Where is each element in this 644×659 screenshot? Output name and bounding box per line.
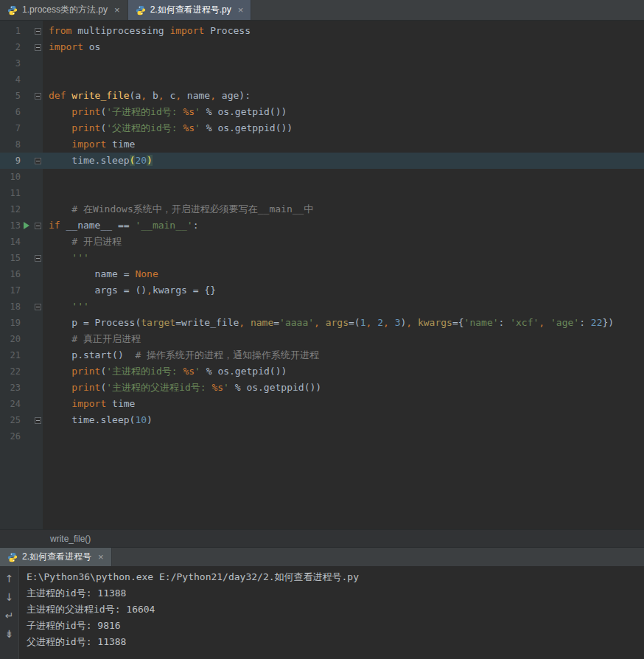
code-line[interactable]: 5def write_file(a, b, c, name, age): <box>0 88 644 104</box>
code-line[interactable]: 16 name = None <box>0 266 644 282</box>
editor-lines: 1from multiprocessing import Process2imp… <box>0 23 644 444</box>
close-icon[interactable]: × <box>238 5 244 15</box>
code-text <box>43 428 49 444</box>
console-output[interactable]: E:\Python36\python.exe E:/Python21/day32… <box>19 566 644 659</box>
gutter[interactable]: 14 <box>0 234 43 250</box>
gutter[interactable]: 7 <box>0 120 43 136</box>
run-arrow-icon[interactable] <box>24 222 29 229</box>
gutter[interactable]: 13 <box>0 217 43 234</box>
gutter[interactable]: 11 <box>0 185 43 201</box>
breadcrumb-label: write_file() <box>50 534 91 544</box>
code-line[interactable]: 8 import time <box>0 136 644 153</box>
fold-marker-icon[interactable] <box>35 44 41 51</box>
code-line[interactable]: 12 # 在Windows系统中，开启进程必须要写在__main__中 <box>0 201 644 217</box>
gutter[interactable]: 4 <box>0 72 43 88</box>
code-line[interactable]: 20 # 真正开启进程 <box>0 331 644 347</box>
close-icon[interactable]: × <box>114 5 120 15</box>
code-text <box>43 55 49 72</box>
code-line[interactable]: 9 time.sleep(20) <box>0 153 644 169</box>
gutter[interactable]: 16 <box>0 266 43 282</box>
code-line[interactable]: 6 print('子进程的id号: %s' % os.getpid()) <box>0 104 644 120</box>
code-line[interactable]: 2import os <box>0 39 644 55</box>
code-text: # 开启进程 <box>43 234 122 250</box>
code-line[interactable]: 18 ''' <box>0 299 644 315</box>
tab-label: 2.如何查看进程号.py <box>150 4 231 16</box>
code-text: if __name__ == '__main__': <box>43 217 199 234</box>
code-line[interactable]: 15 ''' <box>0 250 644 266</box>
scroll-down-icon[interactable]: ↓ <box>3 590 16 604</box>
gutter[interactable]: 23 <box>0 380 43 396</box>
fold-marker-icon[interactable] <box>35 93 41 100</box>
gutter[interactable]: 3 <box>0 55 43 72</box>
code-line[interactable]: 19 p = Process(target=write_file, name='… <box>0 315 644 331</box>
gutter[interactable]: 22 <box>0 363 43 380</box>
code-line[interactable]: 26 <box>0 428 644 444</box>
scroll-to-end-icon[interactable]: ⇟ <box>3 627 16 641</box>
code-line[interactable]: 25 time.sleep(10) <box>0 412 644 428</box>
gutter[interactable]: 10 <box>0 169 43 185</box>
tab-process-methods[interactable]: 1.process类的方法.py × <box>0 0 128 20</box>
code-text <box>43 72 49 88</box>
code-line[interactable]: 17 args = (),kwargs = {} <box>0 282 644 299</box>
code-line[interactable]: 4 <box>0 72 644 88</box>
gutter[interactable]: 24 <box>0 396 43 412</box>
gutter[interactable]: 6 <box>0 104 43 120</box>
gutter[interactable]: 19 <box>0 315 43 331</box>
code-line[interactable]: 14 # 开启进程 <box>0 234 644 250</box>
fold-marker-icon[interactable] <box>35 417 41 424</box>
line-number: 24 <box>0 396 21 412</box>
run-tab[interactable]: 2.如何查看进程号 × <box>0 548 112 566</box>
run-console: ↑ ↓ ↵ ⇟ E:\Python36\python.exe E:/Python… <box>0 566 644 659</box>
gutter[interactable]: 20 <box>0 331 43 347</box>
code-line[interactable]: 13if __name__ == '__main__': <box>0 217 644 234</box>
console-line: E:\Python36\python.exe E:/Python21/day32… <box>27 569 637 585</box>
console-line: 子进程的id号: 9816 <box>27 618 637 634</box>
line-number: 3 <box>0 55 21 72</box>
editor-tab-bar: 1.process类的方法.py × 2.如何查看进程号.py × <box>0 0 644 21</box>
code-line[interactable]: 24 import time <box>0 396 644 412</box>
gutter[interactable]: 21 <box>0 347 43 363</box>
tab-view-process-id[interactable]: 2.如何查看进程号.py × <box>128 0 252 20</box>
gutter[interactable]: 5 <box>0 88 43 104</box>
console-line: 父进程的id号: 11388 <box>27 634 637 650</box>
gutter[interactable]: 25 <box>0 412 43 428</box>
code-line[interactable]: 11 <box>0 185 644 201</box>
gutter[interactable]: 1 <box>0 23 43 39</box>
fold-marker-icon[interactable] <box>35 304 41 310</box>
line-number: 11 <box>0 185 21 201</box>
code-line[interactable]: 3 <box>0 55 644 72</box>
gutter[interactable]: 2 <box>0 39 43 55</box>
code-line[interactable]: 23 print('主进程的父进程id号: %s' % os.getppid()… <box>0 380 644 396</box>
code-line[interactable]: 7 print('父进程的id号: %s' % os.getppid()) <box>0 120 644 136</box>
line-number: 25 <box>0 412 21 428</box>
code-line[interactable]: 1from multiprocessing import Process <box>0 23 644 39</box>
gutter[interactable]: 17 <box>0 282 43 299</box>
close-icon[interactable]: × <box>98 552 104 562</box>
code-line[interactable]: 22 print('主进程的id号: %s' % os.getpid()) <box>0 363 644 380</box>
breadcrumb[interactable]: write_file() <box>0 529 644 547</box>
code-text: args = (),kwargs = {} <box>43 282 216 299</box>
gutter[interactable]: 15 <box>0 250 43 266</box>
fold-marker-icon[interactable] <box>35 158 41 164</box>
code-editor[interactable]: 1from multiprocessing import Process2imp… <box>0 21 644 529</box>
gutter[interactable]: 18 <box>0 299 43 315</box>
fold-marker-icon[interactable] <box>35 223 41 229</box>
code-text: # 真正开启进程 <box>43 331 141 347</box>
fold-marker-icon[interactable] <box>35 28 41 35</box>
soft-wrap-icon[interactable]: ↵ <box>3 609 16 622</box>
run-tab-bar: 2.如何查看进程号 × <box>0 547 644 566</box>
python-run-icon <box>7 552 18 562</box>
gutter[interactable]: 12 <box>0 201 43 217</box>
gutter[interactable]: 26 <box>0 428 43 444</box>
gutter[interactable]: 8 <box>0 136 43 153</box>
code-text: # 在Windows系统中，开启进程必须要写在__main__中 <box>43 201 313 217</box>
line-number: 9 <box>0 153 21 169</box>
code-line[interactable]: 10 <box>0 169 644 185</box>
fold-marker-icon[interactable] <box>35 255 41 262</box>
code-text: ''' <box>43 299 89 315</box>
python-file-icon <box>7 5 18 15</box>
gutter[interactable]: 9 <box>0 153 43 169</box>
code-line[interactable]: 21 p.start() # 操作系统开的进程，通知操作系统开进程 <box>0 347 644 363</box>
code-text <box>43 185 49 201</box>
scroll-up-icon[interactable]: ↑ <box>3 572 16 585</box>
